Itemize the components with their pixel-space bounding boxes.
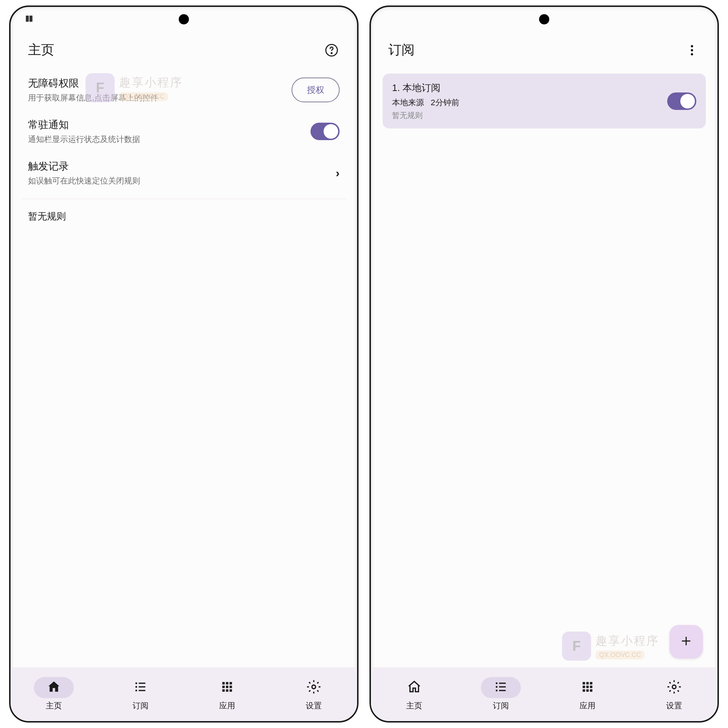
svg-rect-12 — [226, 686, 229, 688]
content-area: 无障碍权限 用于获取屏幕信息,点击屏幕上的控件 授权 常驻通知 通知栏显示运行状… — [11, 69, 357, 667]
grid-icon — [580, 680, 595, 696]
divider — [21, 199, 346, 199]
nav-home-label: 主页 — [406, 700, 422, 711]
svg-rect-7 — [139, 690, 145, 691]
nav-settings[interactable]: 设置 — [271, 667, 357, 721]
svg-rect-35 — [583, 690, 585, 692]
pause-icon: ▮▮ — [25, 14, 32, 23]
accessibility-row[interactable]: 无障碍权限 用于获取屏幕信息,点击屏幕上的控件 授权 — [11, 69, 357, 111]
svg-point-27 — [496, 690, 498, 691]
help-icon[interactable] — [324, 42, 340, 58]
empty-rules-text: 暂无规则 — [11, 204, 357, 229]
subscription-toggle[interactable] — [667, 92, 696, 110]
svg-rect-10 — [230, 682, 232, 685]
phone-left: ▮▮ 主页 F 趣享小程序 QX.OOVC.CC 无障碍权限 用于获取屏幕信息,… — [9, 5, 359, 723]
svg-rect-15 — [226, 690, 229, 692]
svg-rect-24 — [499, 682, 506, 684]
home-icon — [407, 680, 422, 696]
nav-settings-label: 设置 — [306, 700, 322, 711]
gear-icon — [667, 680, 681, 696]
svg-rect-8 — [222, 682, 225, 685]
svg-rect-3 — [139, 682, 145, 684]
nav-apps-label: 应用 — [580, 700, 595, 711]
nav-apps[interactable]: 应用 — [184, 667, 271, 721]
svg-point-4 — [135, 686, 137, 688]
svg-point-19 — [691, 49, 693, 51]
nav-home[interactable]: 主页 — [371, 667, 457, 721]
svg-rect-11 — [222, 686, 225, 688]
trigger-row[interactable]: 触发记录 如误触可在此快速定位关闭规则 › — [11, 152, 357, 194]
svg-rect-30 — [586, 682, 589, 685]
bottom-nav: 主页 订阅 应用 设置 — [11, 667, 357, 721]
svg-rect-37 — [590, 690, 593, 692]
nav-subscribe-label: 订阅 — [493, 700, 509, 711]
chevron-right-icon: › — [336, 166, 340, 180]
svg-point-20 — [691, 53, 693, 55]
svg-point-2 — [135, 682, 137, 684]
nav-home[interactable]: 主页 — [11, 667, 97, 721]
svg-rect-26 — [499, 686, 506, 687]
svg-rect-14 — [222, 690, 225, 692]
svg-point-38 — [672, 685, 676, 689]
authorize-button[interactable]: 授权 — [292, 78, 340, 102]
content-area: 1. 本地订阅 本地来源 2分钟前 暂无规则 — [371, 69, 717, 667]
nav-home-label: 主页 — [46, 700, 62, 711]
svg-point-6 — [135, 690, 137, 691]
watermark: F 趣享小程序 QX.OOVC.CC — [86, 73, 183, 102]
svg-rect-13 — [230, 686, 232, 688]
gear-icon — [306, 680, 321, 696]
trigger-title: 触发记录 — [28, 159, 140, 173]
phone-hw-button — [358, 342, 359, 369]
phone-hw-button — [719, 342, 719, 369]
list-icon — [494, 680, 508, 696]
svg-point-17 — [312, 685, 316, 689]
svg-point-18 — [691, 45, 693, 47]
notification-toggle[interactable] — [310, 123, 340, 140]
nav-apps-label: 应用 — [219, 700, 235, 711]
nav-subscribe[interactable]: 订阅 — [97, 667, 184, 721]
more-icon[interactable] — [684, 42, 700, 58]
page-title: 订阅 — [388, 41, 414, 59]
nav-subscribe-label: 订阅 — [133, 700, 148, 711]
page-title: 主页 — [28, 41, 54, 59]
watermark-icon: F — [562, 632, 591, 661]
nav-settings-label: 设置 — [666, 700, 682, 711]
grid-icon — [220, 680, 234, 696]
home-icon — [47, 680, 61, 696]
watermark-title: 趣享小程序 — [119, 75, 183, 91]
card-empty: 暂无规则 — [392, 110, 459, 121]
camera-hole — [179, 14, 189, 24]
add-fab[interactable] — [669, 625, 703, 658]
nav-subscribe[interactable]: 订阅 — [457, 667, 544, 721]
subscription-card[interactable]: 1. 本地订阅 本地来源 2分钟前 暂无规则 — [382, 73, 706, 128]
notification-row[interactable]: 常驻通知 通知栏显示运行状态及统计数据 — [11, 111, 357, 152]
plus-icon — [680, 635, 693, 649]
svg-rect-28 — [499, 690, 506, 691]
svg-rect-33 — [586, 686, 589, 688]
svg-point-1 — [331, 52, 332, 54]
nav-apps[interactable]: 应用 — [544, 667, 631, 721]
watermark-icon: F — [86, 73, 115, 102]
svg-rect-32 — [583, 686, 585, 688]
svg-rect-36 — [586, 690, 589, 692]
phone-right: 订阅 1. 本地订阅 本地来源 2分钟前 暂无规则 F 趣享小程序 QX.OOV… — [369, 5, 719, 723]
bottom-nav: 主页 订阅 应用 设置 — [371, 667, 717, 721]
svg-rect-34 — [590, 686, 593, 688]
card-source: 本地来源 2分钟前 — [392, 97, 459, 108]
watermark-url: QX.OOVC.CC — [595, 650, 645, 659]
watermark-title: 趣享小程序 — [595, 633, 659, 649]
svg-rect-9 — [226, 682, 229, 685]
phone-hw-button — [719, 240, 719, 294]
svg-rect-31 — [590, 682, 593, 685]
watermark-url: QX.OOVC.CC — [119, 92, 168, 101]
svg-rect-16 — [230, 690, 232, 692]
top-bar: 主页 — [11, 29, 357, 69]
trigger-sub: 如误触可在此快速定位关闭规则 — [28, 176, 140, 187]
svg-point-25 — [496, 686, 498, 688]
camera-hole — [539, 14, 549, 24]
nav-settings[interactable]: 设置 — [631, 667, 717, 721]
svg-rect-29 — [583, 682, 585, 685]
notification-title: 常驻通知 — [28, 118, 140, 132]
card-title: 1. 本地订阅 — [392, 81, 459, 94]
notification-sub: 通知栏显示运行状态及统计数据 — [28, 134, 140, 145]
